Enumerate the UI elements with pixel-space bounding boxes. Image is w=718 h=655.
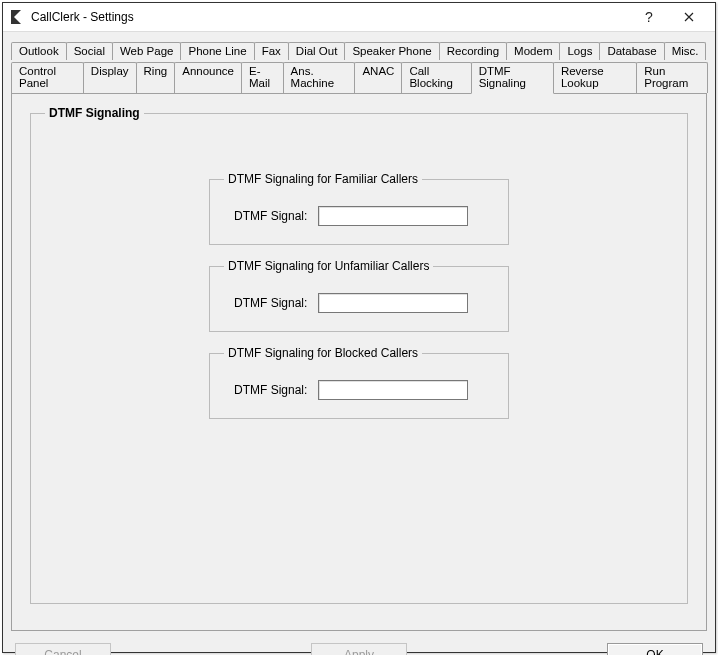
tab-misc[interactable]: Misc. [664, 42, 707, 60]
close-button[interactable] [669, 3, 709, 31]
group-dtmf-signaling-title: DTMF Signaling [45, 106, 144, 120]
tab-run-program[interactable]: Run Program [636, 62, 708, 93]
group-blocked-callers: DTMF Signaling for Blocked Callers DTMF … [209, 346, 509, 419]
field-row: DTMF Signal: [234, 380, 494, 400]
tab-dtmf-signaling[interactable]: DTMF Signaling [471, 62, 554, 94]
field-row: DTMF Signal: [234, 206, 494, 226]
tab-control-panel[interactable]: Control Panel [11, 62, 84, 93]
tab-panel: DTMF Signaling DTMF Signaling for Famili… [11, 93, 707, 631]
app-icon [9, 9, 25, 25]
tab-social[interactable]: Social [66, 42, 113, 60]
tab-dial-out[interactable]: Dial Out [288, 42, 346, 60]
window-title: CallClerk - Settings [31, 10, 629, 24]
svg-rect-0 [11, 10, 14, 24]
tab-phone-line[interactable]: Phone Line [180, 42, 254, 60]
group-familiar-callers-title: DTMF Signaling for Familiar Callers [224, 172, 422, 186]
tab-logs[interactable]: Logs [559, 42, 600, 60]
tab-call-blocking[interactable]: Call Blocking [401, 62, 471, 93]
dtmf-input-familiar[interactable] [318, 206, 468, 226]
tab-outlook[interactable]: Outlook [11, 42, 67, 60]
tab-speaker-phone[interactable]: Speaker Phone [344, 42, 439, 60]
tab-row-1: Outlook Social Web Page Phone Line Fax D… [11, 40, 705, 60]
settings-window: CallClerk - Settings ? Outlook Social We… [2, 2, 716, 653]
field-row: DTMF Signal: [234, 293, 494, 313]
dtmf-input-blocked[interactable] [318, 380, 468, 400]
group-familiar-callers: DTMF Signaling for Familiar Callers DTMF… [209, 172, 509, 245]
button-bar: Cancel Apply OK [3, 635, 715, 655]
tab-recording[interactable]: Recording [439, 42, 507, 60]
dtmf-label-familiar: DTMF Signal: [234, 209, 318, 223]
apply-button[interactable]: Apply [311, 643, 407, 655]
content-area: Outlook Social Web Page Phone Line Fax D… [3, 32, 715, 635]
tab-database[interactable]: Database [599, 42, 664, 60]
tab-announce[interactable]: Announce [174, 62, 242, 93]
tab-reverse-lookup[interactable]: Reverse Lookup [553, 62, 637, 93]
dtmf-input-unfamiliar[interactable] [318, 293, 468, 313]
dtmf-label-blocked: DTMF Signal: [234, 383, 318, 397]
tab-strip: Outlook Social Web Page Phone Line Fax D… [11, 40, 707, 93]
inner-area: DTMF Signaling for Familiar Callers DTMF… [209, 172, 509, 419]
ok-button[interactable]: OK [607, 643, 703, 655]
titlebar: CallClerk - Settings ? [3, 3, 715, 32]
group-blocked-callers-title: DTMF Signaling for Blocked Callers [224, 346, 422, 360]
help-button[interactable]: ? [629, 3, 669, 31]
tab-row-2: Control Panel Display Ring Announce E-Ma… [11, 60, 707, 93]
tab-ring[interactable]: Ring [136, 62, 176, 93]
tab-web-page[interactable]: Web Page [112, 42, 182, 60]
tab-modem[interactable]: Modem [506, 42, 560, 60]
dtmf-label-unfamiliar: DTMF Signal: [234, 296, 318, 310]
group-unfamiliar-callers-title: DTMF Signaling for Unfamiliar Callers [224, 259, 433, 273]
group-dtmf-signaling: DTMF Signaling DTMF Signaling for Famili… [30, 106, 688, 604]
tab-fax[interactable]: Fax [254, 42, 289, 60]
tab-display[interactable]: Display [83, 62, 137, 93]
tab-ans-machine[interactable]: Ans. Machine [283, 62, 356, 93]
tab-email[interactable]: E-Mail [241, 62, 284, 93]
tab-anac[interactable]: ANAC [354, 62, 402, 93]
cancel-button[interactable]: Cancel [15, 643, 111, 655]
group-unfamiliar-callers: DTMF Signaling for Unfamiliar Callers DT… [209, 259, 509, 332]
